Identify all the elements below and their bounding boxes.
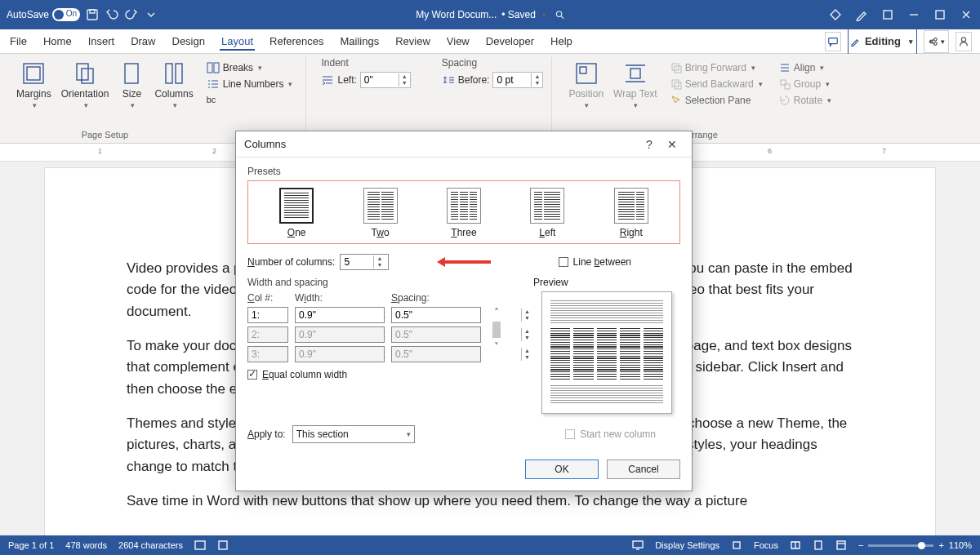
spellcheck-icon[interactable]	[194, 539, 206, 551]
print-layout-icon[interactable]	[813, 539, 824, 551]
svg-rect-0	[87, 10, 97, 20]
spacing-before-input[interactable]: ▲▼	[492, 72, 543, 88]
web-layout-icon[interactable]	[835, 539, 847, 551]
col-1-number[interactable]: ▲▼	[247, 307, 288, 323]
tab-view[interactable]: View	[445, 32, 471, 51]
svg-rect-17	[580, 67, 586, 73]
hyphenation-button[interactable]: bc	[203, 93, 296, 106]
svg-point-2	[556, 11, 561, 16]
autosave-toggle[interactable]: AutoSave On	[7, 8, 80, 21]
svg-rect-20	[675, 66, 681, 73]
tab-help[interactable]: Help	[549, 32, 574, 51]
breaks-button[interactable]: Breaks▾	[203, 60, 296, 75]
comments-button[interactable]	[825, 32, 841, 51]
tab-design[interactable]: Design	[171, 32, 207, 51]
zoom-out-icon[interactable]: −	[858, 540, 863, 550]
col-3-width: ▲▼	[295, 346, 385, 362]
accessibility-icon[interactable]	[217, 539, 229, 551]
maximize-icon[interactable]	[933, 7, 947, 22]
zoom-level[interactable]: 110%	[949, 540, 972, 550]
orientation-button[interactable]: Orientation▾	[56, 57, 114, 113]
read-mode-icon[interactable]	[790, 539, 801, 551]
minimize-icon[interactable]	[906, 7, 921, 22]
start-new-column-checkbox: Start new column	[565, 428, 656, 440]
share-button[interactable]: ▾	[924, 30, 949, 53]
focus-icon[interactable]	[731, 539, 742, 551]
equal-width-checkbox[interactable]: Equal column width	[247, 369, 517, 380]
save-icon[interactable]	[85, 7, 100, 22]
word-count[interactable]: 478 words	[65, 540, 107, 550]
number-of-columns-input[interactable]: ▲▼	[340, 254, 389, 270]
tab-references[interactable]: References	[268, 32, 325, 51]
preset-three[interactable]: Three	[447, 188, 481, 238]
line-between-checkbox[interactable]: Line between	[559, 256, 631, 268]
svg-point-6	[961, 37, 965, 41]
dropdown-icon[interactable]	[144, 7, 158, 22]
preset-right[interactable]: Right	[614, 188, 648, 238]
preview-label: Preview	[533, 277, 680, 288]
search-icon[interactable]	[551, 7, 571, 23]
display-settings-button[interactable]: Display Settings	[655, 540, 719, 550]
tab-developer[interactable]: Developer	[484, 32, 536, 51]
person-icon[interactable]	[956, 32, 972, 51]
cancel-button[interactable]: Cancel	[607, 460, 680, 479]
redo-icon[interactable]	[124, 7, 139, 22]
title-bar: AutoSave On My Word Docum... • Saved ▾	[0, 0, 980, 29]
zoom-control[interactable]: − + 110%	[858, 540, 972, 550]
chevron-down-icon[interactable]: ▾	[542, 11, 546, 19]
col-1-spacing[interactable]: ▲▼	[391, 307, 481, 323]
tab-home[interactable]: Home	[42, 32, 74, 51]
send-backward-button: Send Backward▾	[667, 77, 766, 91]
tab-insert[interactable]: Insert	[87, 32, 117, 51]
indent-left-input[interactable]: ▲▼	[360, 72, 411, 88]
group-button: Group▾	[776, 77, 835, 91]
window-icon[interactable]	[880, 7, 895, 22]
ribbon-tabs: File Home Insert Draw Design Layout Refe…	[0, 29, 980, 54]
columns-button[interactable]: Columns▾	[149, 57, 198, 113]
bring-forward-button: Bring Forward▾	[667, 60, 766, 75]
editing-mode-button[interactable]: Editing▾	[848, 28, 917, 55]
display-icon[interactable]	[632, 539, 644, 551]
align-button[interactable]: Align▾	[776, 60, 835, 75]
preset-two[interactable]: Two	[363, 188, 398, 238]
margins-button[interactable]: Margins▾	[11, 57, 56, 113]
preset-left[interactable]: Left	[530, 188, 564, 238]
close-icon[interactable]: ✕	[661, 138, 684, 151]
preset-one[interactable]: One	[279, 188, 314, 238]
diamond-icon[interactable]	[828, 7, 843, 22]
svg-rect-22	[672, 80, 679, 87]
selection-pane-button[interactable]: Selection Pane	[667, 93, 766, 108]
svg-rect-14	[207, 63, 212, 73]
indent-label: Indent	[318, 57, 413, 69]
svg-rect-1	[90, 10, 95, 13]
svg-rect-18	[630, 69, 640, 78]
preview-box	[541, 291, 672, 414]
document-title: My Word Docum...	[416, 9, 497, 20]
tab-layout[interactable]: Layout	[220, 32, 255, 51]
spacing-label: Spacing	[439, 57, 547, 69]
pen-icon[interactable]	[854, 7, 869, 22]
zoom-slider[interactable]	[868, 544, 933, 547]
line-numbers-button[interactable]: Line Numbers▾	[203, 77, 296, 91]
toggle-icon[interactable]: On	[52, 8, 80, 21]
char-count[interactable]: 2604 characters	[118, 540, 183, 550]
zoom-in-icon[interactable]: +	[938, 540, 943, 550]
size-button[interactable]: Size▾	[114, 57, 149, 113]
svg-rect-13	[176, 64, 182, 83]
tab-mailings[interactable]: Mailings	[339, 32, 381, 51]
tab-file[interactable]: File	[8, 32, 29, 51]
number-of-columns-label: Number of columns:	[247, 256, 335, 268]
ok-button[interactable]: OK	[525, 460, 599, 479]
tab-review[interactable]: Review	[394, 32, 432, 51]
close-icon[interactable]	[959, 7, 973, 22]
focus-button[interactable]: Focus	[754, 540, 778, 550]
page-indicator[interactable]: Page 1 of 1	[8, 540, 54, 550]
apply-to-select[interactable]: This section▾	[292, 425, 415, 443]
saved-indicator[interactable]: • Saved	[501, 9, 536, 20]
help-icon[interactable]: ?	[638, 138, 661, 151]
undo-icon[interactable]	[105, 7, 119, 22]
col-1-width[interactable]: ▲▼	[295, 307, 385, 323]
tab-draw[interactable]: Draw	[129, 32, 157, 51]
svg-rect-5	[829, 38, 838, 43]
body-paragraph[interactable]: Save time in Word with new buttons that …	[127, 491, 853, 512]
